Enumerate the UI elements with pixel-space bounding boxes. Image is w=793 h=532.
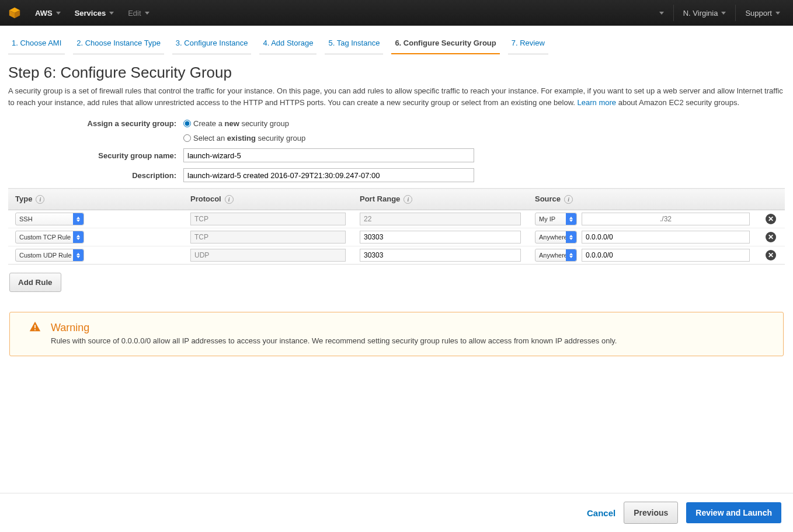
caret-down-icon xyxy=(109,12,114,15)
remove-rule-button[interactable]: ✕ xyxy=(766,232,776,242)
assign-sg-label: Assign a security group: xyxy=(8,119,183,128)
rule-source-select[interactable]: Anywhere xyxy=(535,231,577,244)
remove-rule-button[interactable]: ✕ xyxy=(766,214,776,224)
add-rule-button[interactable]: Add Rule xyxy=(9,273,61,292)
svg-rect-3 xyxy=(34,325,36,329)
wizard-step[interactable]: 5. Tag Instance xyxy=(325,34,383,54)
caret-down-icon xyxy=(56,12,61,15)
warning-box: Warning Rules with source of 0.0.0.0/0 a… xyxy=(9,312,784,356)
rule-type-select[interactable]: Custom TCP Rule xyxy=(15,231,84,244)
sg-name-label: Security group name: xyxy=(8,151,183,160)
warning-msg: Rules with source of 0.0.0.0/0 allow all… xyxy=(51,336,771,345)
create-new-sg-label: Create a new security group xyxy=(193,119,289,128)
wizard-step[interactable]: 6. Configure Security Group xyxy=(391,34,499,54)
rule-source-select[interactable]: Anywhere xyxy=(535,249,577,262)
caret-down-icon xyxy=(659,12,664,15)
rule-source-input[interactable] xyxy=(582,231,750,244)
rule-type-select[interactable]: Custom UDP Rule xyxy=(15,249,84,262)
aws-cube-icon xyxy=(8,6,21,19)
info-icon[interactable]: i xyxy=(36,195,44,204)
caret-down-icon xyxy=(721,12,726,15)
select-existing-sg-label: Select an existing security group xyxy=(193,134,305,142)
sg-desc-label: Description: xyxy=(8,171,183,180)
rule-source-input[interactable] xyxy=(582,213,750,225)
nav-support[interactable]: Support xyxy=(740,2,785,25)
learn-more-link[interactable]: Learn more xyxy=(578,98,616,107)
wizard-step[interactable]: 1. Choose AMI xyxy=(8,34,65,54)
nav-aws[interactable]: AWS xyxy=(29,2,67,25)
rule-source-input[interactable] xyxy=(582,249,750,262)
rule-row: Custom TCP RuleAnywhere✕ xyxy=(8,228,785,246)
rule-source-select[interactable]: My IP xyxy=(535,213,577,225)
rule-port-input[interactable] xyxy=(360,249,521,262)
wizard-step[interactable]: 2. Choose Instance Type xyxy=(73,34,164,54)
caret-down-icon xyxy=(775,12,780,15)
info-icon[interactable]: i xyxy=(225,195,234,204)
nav-account[interactable] xyxy=(655,5,669,22)
rule-row: SSHMy IP✕ xyxy=(8,210,785,228)
rule-port-input xyxy=(360,213,521,225)
rule-protocol-input xyxy=(190,231,346,244)
nav-region[interactable]: N. Virginia xyxy=(679,2,731,25)
nav-services[interactable]: Services xyxy=(69,2,120,25)
rule-type-select[interactable]: SSH xyxy=(15,213,84,225)
th-port: Port Range xyxy=(360,194,400,203)
th-protocol: Protocol xyxy=(190,194,221,203)
rules-table: Typei Protocoli Port Rangei Sourcei SSHM… xyxy=(8,188,785,265)
rule-protocol-input xyxy=(190,249,346,262)
remove-rule-button[interactable]: ✕ xyxy=(766,250,776,260)
create-new-sg-radio[interactable] xyxy=(183,120,191,127)
wizard-step[interactable]: 3. Configure Instance xyxy=(172,34,252,54)
rule-port-input[interactable] xyxy=(360,231,521,244)
select-existing-sg-radio[interactable] xyxy=(183,134,191,142)
sg-desc-input[interactable] xyxy=(183,168,474,182)
info-icon[interactable]: i xyxy=(564,195,573,204)
wizard-step[interactable]: 4. Add Storage xyxy=(259,34,316,54)
sg-name-input[interactable] xyxy=(183,148,474,162)
page-description: A security group is a set of firewall ru… xyxy=(8,85,785,109)
caret-down-icon xyxy=(145,12,149,15)
rule-row: Custom UDP RuleAnywhere✕ xyxy=(8,246,785,265)
svg-rect-4 xyxy=(34,329,36,331)
nav-edit[interactable]: Edit xyxy=(122,2,155,25)
warning-title: Warning xyxy=(51,322,771,334)
wizard-step[interactable]: 7. Review xyxy=(508,34,548,54)
wizard-steps: 1. Choose AMI2. Choose Instance Type3. C… xyxy=(0,26,793,54)
page-title: Step 6: Configure Security Group xyxy=(8,64,785,82)
warning-icon xyxy=(29,321,41,337)
top-nav: AWS Services Edit N. Virginia Support xyxy=(0,0,793,26)
th-source: Source xyxy=(535,194,561,203)
info-icon[interactable]: i xyxy=(404,195,412,204)
rule-protocol-input xyxy=(190,213,346,225)
th-type: Type xyxy=(15,194,32,203)
